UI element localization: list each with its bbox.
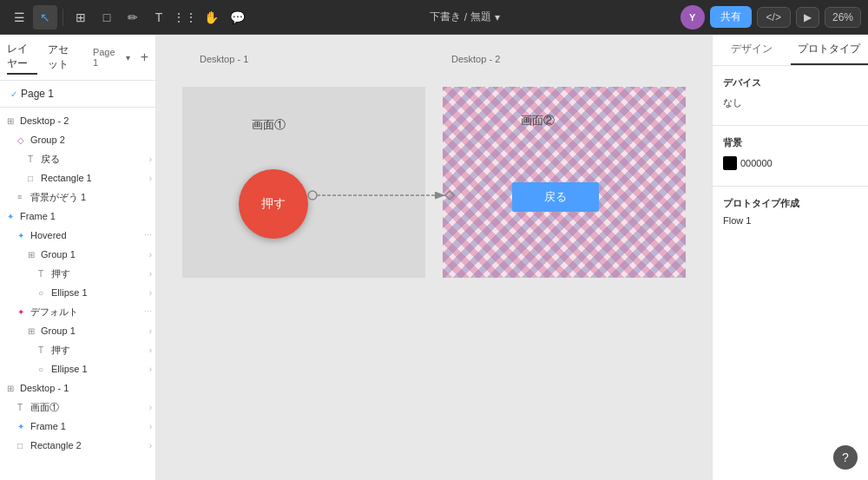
component-tool[interactable]: ⋮⋮	[173, 5, 197, 30]
hovered-dots: ⋯	[144, 231, 152, 240]
layer-def-group1[interactable]: ⊞ Group 1 ›	[0, 321, 155, 340]
push-button-label: 押す	[261, 196, 286, 212]
desktop1-canvas-label: Desktop - 1	[200, 54, 248, 64]
group2-label: Group 2	[30, 135, 155, 145]
back-button[interactable]: 戻る	[512, 182, 599, 212]
screen1-icon: T	[17, 403, 28, 412]
shape-tool[interactable]: □	[95, 5, 119, 30]
hov-osu-icon: T	[38, 269, 49, 279]
flow-creation-section: プロトタイプ作成 Flow 1	[713, 187, 868, 236]
layer-default[interactable]: ✦ デフォルト ⋯	[0, 302, 155, 321]
frame-tool[interactable]: ⊞	[69, 5, 93, 30]
avatar-button[interactable]: Y	[681, 5, 705, 30]
layer-group2[interactable]: ◇ Group 2	[0, 130, 155, 149]
layer-desktop2[interactable]: ⊞ Desktop - 2	[0, 111, 155, 130]
menu-tool[interactable]: ☰	[7, 5, 31, 30]
page-indicator[interactable]: Page 1	[93, 47, 115, 68]
layer-def-osu[interactable]: T 押す ›	[0, 340, 155, 359]
device-row: なし	[723, 96, 858, 109]
layer-hov-osu[interactable]: T 押す ›	[0, 264, 155, 283]
bg-color-hex: 000000	[740, 158, 773, 168]
add-page-button[interactable]: +	[141, 49, 148, 65]
comment-tool[interactable]: 💬	[225, 5, 249, 30]
toolbar: ☰ ↖ ⊞ □ ✏ T ⋮⋮ ✋ 💬 下書き / 無題 ▾ Y 共有 </> ▶…	[0, 0, 868, 35]
page-dropdown-icon[interactable]: ▾	[126, 53, 130, 62]
desktop2-canvas-label: Desktop - 2	[451, 54, 500, 64]
flow-name: Flow 1	[723, 215, 858, 226]
layer-rect1[interactable]: □ Rectangle 1 ›	[0, 168, 155, 187]
layer-hovered[interactable]: ✦ Hovered ⋯	[0, 226, 155, 245]
layer-background[interactable]: ≡ 背景がぞう 1	[0, 187, 155, 207]
canvas[interactable]: Desktop - 1 Desktop - 2 Flow 1 ⊡ 画面① 押す …	[156, 35, 712, 480]
zoom-button[interactable]: 26%	[825, 7, 861, 28]
play-button[interactable]: ▶	[796, 7, 819, 28]
toolbar-right: Y 共有 </> ▶ 26%	[681, 5, 861, 30]
screen2-canvas-label: 画面②	[521, 113, 555, 128]
desktop1-label: Desktop - 1	[20, 383, 155, 393]
def-ellipse-label: Ellipse 1	[51, 364, 149, 374]
file-dropdown-icon: ▾	[495, 11, 500, 23]
text-tool[interactable]: T	[147, 5, 171, 30]
help-button[interactable]: ?	[833, 445, 858, 470]
hov-ellipse-arrow: ›	[149, 288, 152, 298]
select-tool[interactable]: ↖	[33, 5, 57, 30]
background-section: 背景 000000	[713, 126, 868, 187]
left-panel: レイヤー アセット Page 1 ▾ + ✓ Page 1 ⊞ Desktop …	[0, 35, 156, 480]
def-osu-icon: T	[38, 345, 49, 355]
file-status-text: 下書き	[430, 10, 461, 24]
desktop2-frame: 画面② 戻る	[443, 69, 686, 278]
layer-rect2[interactable]: □ Rectangle 2 ›	[0, 436, 155, 455]
main-area: レイヤー アセット Page 1 ▾ + ✓ Page 1 ⊞ Desktop …	[0, 35, 868, 480]
hov-osu-label: 押す	[51, 267, 149, 280]
rect1-label: Rectangle 1	[41, 173, 149, 183]
push-button[interactable]: 押す	[239, 169, 308, 239]
file-status[interactable]: 下書き / 無題 ▾	[430, 10, 500, 24]
desktop1-bg: 画面① 押す	[182, 87, 425, 278]
layer-screen1[interactable]: T 画面① ›	[0, 398, 155, 417]
modoru-arrow: ›	[149, 155, 152, 164]
pen-tool[interactable]: ✏	[121, 5, 145, 30]
desktop2-label: Desktop - 2	[20, 115, 155, 126]
bg-color-value[interactable]: 000000	[723, 156, 773, 170]
hand-tool[interactable]: ✋	[199, 5, 223, 30]
code-button[interactable]: </>	[757, 7, 791, 28]
layer-modoru[interactable]: T 戻る ›	[0, 149, 155, 168]
layer-hov-ellipse[interactable]: ○ Ellipse 1 ›	[0, 283, 155, 302]
layer-def-ellipse[interactable]: ○ Ellipse 1 ›	[0, 359, 155, 378]
tab-layers[interactable]: レイヤー	[7, 40, 37, 75]
def-ellipse-icon: ○	[38, 365, 49, 374]
layer-hov-group1[interactable]: ⊞ Group 1 ›	[0, 245, 155, 264]
layer-frame1-sub[interactable]: ✦ Frame 1 ›	[0, 417, 155, 436]
def-group1-icon: ⊞	[28, 326, 38, 336]
modoru-text-icon: T	[28, 155, 38, 164]
def-osu-arrow: ›	[149, 345, 152, 355]
file-sep: /	[464, 11, 467, 23]
share-button[interactable]: 共有	[710, 6, 752, 28]
desktop2-frame-icon: ⊞	[7, 116, 17, 126]
page-check-icon: ✓	[10, 89, 17, 99]
bg-row: 000000	[723, 156, 858, 170]
rect1-arrow: ›	[149, 174, 152, 183]
default-label: デフォルト	[30, 306, 144, 319]
hov-ellipse-label: Ellipse 1	[51, 287, 149, 298]
toolbar-separator-1	[62, 9, 63, 26]
hovered-icon: ✦	[17, 231, 28, 240]
tab-design[interactable]: デザイン	[713, 35, 791, 65]
screen1-label: 画面①	[30, 401, 149, 414]
frame1-sub-label: Frame 1	[30, 421, 149, 431]
device-section: デバイス なし	[713, 66, 868, 126]
frame1-icon: ✦	[7, 212, 17, 221]
default-dots: ⋯	[144, 307, 152, 316]
file-name: 無題	[470, 10, 491, 24]
hov-osu-arrow: ›	[149, 269, 152, 279]
desktop1-frame: Flow 1 ⊡ 画面① 押す	[182, 69, 425, 278]
bg-icon: ≡	[17, 193, 28, 201]
tab-assets[interactable]: アセット	[48, 41, 78, 74]
layer-frame1[interactable]: ✦ Frame 1	[0, 207, 155, 226]
def-ellipse-arrow: ›	[149, 365, 152, 374]
bg-label: 背景がぞう 1	[30, 191, 155, 204]
page-item-1[interactable]: ✓ Page 1	[7, 86, 148, 102]
layer-desktop1[interactable]: ⊞ Desktop - 1	[0, 378, 155, 398]
tab-prototype[interactable]: プロトタイプ	[791, 35, 869, 65]
default-icon: ✦	[17, 307, 28, 317]
